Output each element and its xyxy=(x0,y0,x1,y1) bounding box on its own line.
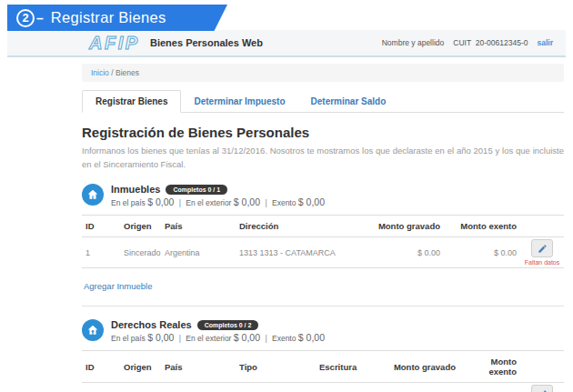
main-content: Inicio / Bienes Registrar Bienes Determi… xyxy=(82,57,564,392)
section-inmuebles-badge: Completos 0 / 1 xyxy=(166,185,227,195)
cell-pais: Argentina xyxy=(161,383,236,392)
afip-logo[interactable]: AFIP Bienes Personales Web xyxy=(88,33,263,53)
edit-button[interactable] xyxy=(531,385,553,392)
tab-determinar-saldo[interactable]: Determinar Saldo xyxy=(298,91,399,112)
col-direccion: Dirección xyxy=(236,216,365,237)
section-inmuebles-title: Inmuebles xyxy=(111,184,160,195)
derechos-table-header-row: ID Origen País Tipo Escritura Monto grav… xyxy=(82,351,564,383)
step-banner-title: Registrar Bienes xyxy=(51,9,166,26)
step-dash: – xyxy=(36,11,44,25)
tab-registrar-bienes[interactable]: Registrar Bienes xyxy=(82,90,181,113)
cell-origen: Sincerado xyxy=(120,383,161,392)
cell-id: 2 xyxy=(82,383,120,392)
col-origen: Origen xyxy=(120,351,161,383)
breadcrumb-current: Bienes xyxy=(116,68,139,77)
col-monto-gravado: Monto gravado xyxy=(387,351,459,383)
cell-id: 1 xyxy=(82,237,120,268)
breadcrumb-home-link[interactable]: Inicio xyxy=(91,68,109,77)
status-warning: Faltan datos xyxy=(520,259,564,266)
svg-text:AFIP: AFIP xyxy=(88,33,140,53)
cell-monto-exento: $ 0.00 xyxy=(459,383,520,392)
cell-pais: Argentina xyxy=(161,237,236,268)
derechos-table: ID Origen País Tipo Escritura Monto grav… xyxy=(82,350,564,392)
section-derechos-title: Derechos Reales xyxy=(111,319,192,330)
col-escritura: Escritura xyxy=(316,351,387,383)
col-actions xyxy=(520,351,564,383)
cell-monto-exento: $ 0.00 xyxy=(444,237,520,268)
table-row: 2 Sincerado Argentina Hipoteca 7 $ 0.00 … xyxy=(82,383,564,392)
col-id: ID xyxy=(82,351,120,383)
logout-link[interactable]: salir xyxy=(538,38,554,47)
breadcrumb-separator: / xyxy=(111,68,113,77)
section-derechos-header: Derechos Reales Completos 0 / 2 En el pa… xyxy=(82,319,564,343)
house-icon xyxy=(82,184,104,206)
section-derechos-badge: Completos 0 / 2 xyxy=(197,320,259,330)
col-actions xyxy=(520,216,564,237)
inmuebles-table-header-row: ID Origen País Dirección Monto gravado M… xyxy=(82,216,564,237)
section-inmuebles-header: Inmuebles Completos 0 / 1 En el país $ 0… xyxy=(82,184,564,207)
step-number-badge: 2 xyxy=(16,9,35,27)
page-title: Registración de Bienes Personales xyxy=(82,125,564,140)
edit-button[interactable] xyxy=(531,239,553,257)
cell-escritura: 7 xyxy=(316,383,387,392)
user-cuit: CUIT 20-00612345-0 xyxy=(453,38,528,47)
tab-determinar-impuesto[interactable]: Determinar Impuesto xyxy=(181,91,297,112)
cell-direccion: 1313 1313 - CATAMARCA xyxy=(236,237,365,268)
cell-tipo: Hipoteca xyxy=(236,383,316,392)
col-pais: País xyxy=(161,216,236,237)
table-row: 1 Sincerado Argentina 1313 1313 - CATAMA… xyxy=(82,237,564,268)
app-header: AFIP Bienes Personales Web Nombre y apel… xyxy=(7,30,566,57)
add-inmueble-link[interactable]: Agregar Inmueble xyxy=(84,281,153,291)
col-pais: País xyxy=(161,351,236,383)
cell-monto-gravado: $ 0.00 xyxy=(387,383,459,392)
col-monto-gravado: Monto gravado xyxy=(365,216,444,237)
pencil-icon xyxy=(538,244,548,254)
breadcrumb: Inicio / Bienes xyxy=(82,64,564,82)
cell-monto-gravado: $ 0.00 xyxy=(365,237,444,268)
col-monto-exento: Monto exento xyxy=(444,216,520,237)
tab-bar: Registrar Bienes Determinar Impuesto Det… xyxy=(82,90,564,113)
user-name: Nombre y apellido xyxy=(382,38,445,47)
section-derechos-totals: En el país $ 0,00 | En el exterior $ 0,0… xyxy=(111,332,325,343)
section-inmuebles-totals: En el país $ 0,00 | En el exterior $ 0,0… xyxy=(111,196,325,207)
col-origen: Origen xyxy=(120,216,161,237)
col-id: ID xyxy=(82,216,120,237)
col-tipo: Tipo xyxy=(236,351,316,383)
inmuebles-table: ID Origen País Dirección Monto gravado M… xyxy=(82,215,564,268)
house-lock-icon xyxy=(82,319,104,341)
app-title: Bienes Personales Web xyxy=(150,37,263,48)
step-banner: 2 – Registrar Bienes xyxy=(7,5,227,31)
section-divider xyxy=(82,306,564,307)
afip-logo-icon: AFIP xyxy=(88,33,143,53)
intro-text: Informanos los bienes que tenías al 31/1… xyxy=(82,145,564,171)
col-monto-exento: Monto exento xyxy=(459,351,520,383)
header-user-area: Nombre y apellido CUIT 20-00612345-0 sal… xyxy=(382,38,553,47)
cell-origen: Sincerado xyxy=(120,237,161,268)
